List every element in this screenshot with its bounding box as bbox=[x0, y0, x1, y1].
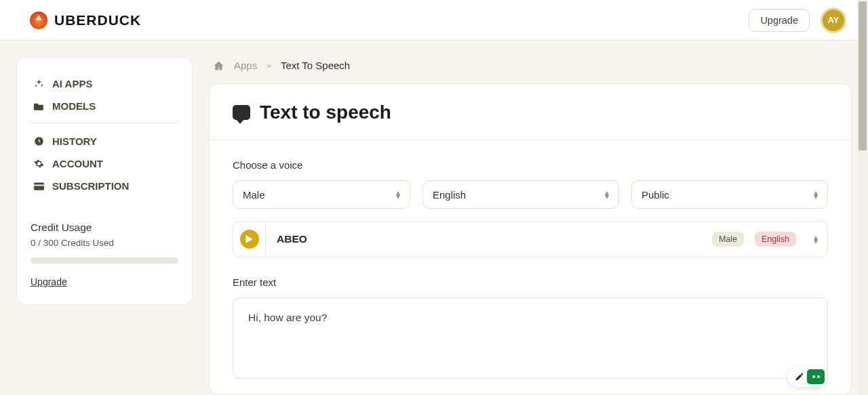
sidebar-item-label: HISTORY bbox=[52, 136, 97, 147]
topbar-actions: Upgrade AY bbox=[749, 7, 846, 33]
voice-name: ABEO bbox=[277, 233, 701, 245]
sidebar-item-subscription[interactable]: SUBSCRIPTION bbox=[31, 175, 178, 197]
folder-icon bbox=[33, 102, 44, 110]
language-select-value: English bbox=[433, 189, 466, 201]
sidebar-item-models[interactable]: MODELS bbox=[31, 95, 178, 117]
sparkles-icon bbox=[33, 79, 44, 89]
speech-bubble-icon bbox=[233, 105, 250, 120]
enter-text-label: Enter text bbox=[233, 276, 828, 288]
choose-voice-label: Choose a voice bbox=[233, 159, 828, 171]
voice-tag-language: English bbox=[755, 232, 796, 247]
chevron-updown-icon: ▴▾ bbox=[814, 190, 818, 199]
help-widget[interactable] bbox=[788, 367, 827, 387]
voice-select[interactable]: ABEO Male English ▴▾ bbox=[233, 221, 828, 257]
sidebar-item-label: AI APPS bbox=[52, 78, 92, 89]
chevron-right-icon: » bbox=[267, 61, 271, 70]
gear-icon bbox=[33, 159, 44, 169]
card-icon bbox=[33, 182, 44, 190]
clock-icon bbox=[33, 136, 44, 146]
home-icon[interactable] bbox=[213, 60, 224, 71]
credit-usage-block: Credit Usage 0 / 300 Credits Used Upgrad… bbox=[31, 222, 178, 288]
credit-usage-value: 0 / 300 Credits Used bbox=[31, 238, 178, 248]
bot-icon bbox=[807, 369, 825, 384]
breadcrumb-apps-link[interactable]: Apps bbox=[234, 60, 257, 71]
chevron-updown-icon: ▴▾ bbox=[605, 190, 609, 199]
credit-usage-bar bbox=[31, 257, 178, 264]
chevron-updown-icon: ▴▾ bbox=[814, 235, 818, 243]
main-area: Apps » Text To Speech Text to speech Cho… bbox=[209, 57, 852, 395]
sidebar-item-label: MODELS bbox=[52, 100, 96, 112]
avatar[interactable]: AY bbox=[821, 7, 846, 33]
page-title: Text to speech bbox=[260, 102, 391, 123]
gender-select-value: Male bbox=[243, 189, 265, 201]
breadcrumb: Apps » Text To Speech bbox=[209, 57, 852, 83]
text-input[interactable] bbox=[248, 312, 812, 365]
svg-rect-1 bbox=[34, 182, 44, 190]
breadcrumb-current: Text To Speech bbox=[281, 60, 350, 71]
sidebar-item-label: ACCOUNT bbox=[52, 158, 103, 169]
brand-logo-icon bbox=[30, 12, 47, 29]
chevron-updown-icon: ▴▾ bbox=[396, 190, 400, 199]
brand-name: UBERDUCK bbox=[54, 12, 141, 28]
topbar: UBERDUCK Upgrade AY bbox=[0, 0, 868, 41]
credit-upgrade-link[interactable]: Upgrade bbox=[31, 276, 67, 287]
voice-play-button[interactable] bbox=[240, 230, 259, 249]
text-input-wrap bbox=[233, 297, 828, 379]
upgrade-button[interactable]: Upgrade bbox=[749, 9, 810, 32]
sidebar-item-ai-apps[interactable]: AI APPS bbox=[31, 72, 178, 95]
gender-select[interactable]: Male ▴▾ bbox=[233, 180, 410, 209]
sidebar-item-history[interactable]: HISTORY bbox=[31, 130, 178, 152]
pen-icon bbox=[795, 372, 804, 381]
visibility-select-value: Public bbox=[642, 189, 669, 201]
scrollbar-thumb[interactable] bbox=[859, 1, 867, 150]
card-header: Text to speech bbox=[210, 84, 851, 140]
sidebar: AI APPS MODELS HISTORY ACCOUNT SUBSCRIP bbox=[16, 57, 193, 305]
svg-rect-2 bbox=[34, 184, 44, 186]
sidebar-item-account[interactable]: ACCOUNT bbox=[31, 152, 178, 175]
sidebar-item-label: SUBSCRIPTION bbox=[52, 180, 129, 192]
content-card: Text to speech Choose a voice Male ▴▾ En… bbox=[209, 83, 852, 395]
voice-tag-gender: Male bbox=[712, 232, 744, 247]
credit-usage-title: Credit Usage bbox=[31, 222, 178, 234]
sidebar-divider bbox=[31, 123, 178, 123]
brand-logo[interactable]: UBERDUCK bbox=[30, 12, 141, 29]
visibility-select[interactable]: Public ▴▾ bbox=[631, 180, 828, 209]
scrollbar-track[interactable] bbox=[857, 0, 868, 395]
language-select[interactable]: English ▴▾ bbox=[422, 180, 619, 209]
